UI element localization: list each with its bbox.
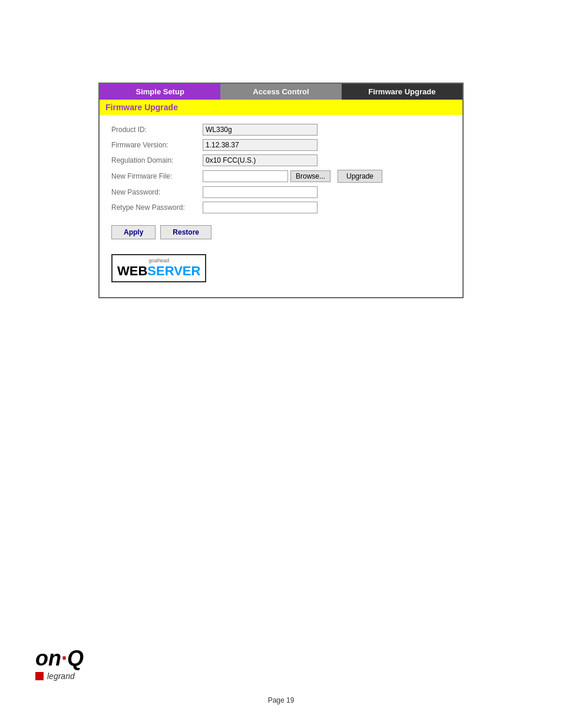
onq-brand: on·Q xyxy=(35,648,84,669)
file-input-group: Browse... Upgrade xyxy=(203,170,382,183)
retype-password-label: Retype New Password: xyxy=(111,203,203,212)
apply-button[interactable]: Apply xyxy=(111,225,156,239)
product-id-row: Product ID: xyxy=(111,124,451,136)
legrand-square-icon xyxy=(35,672,44,680)
webserver-logo: goahead WEBSERVER xyxy=(111,254,206,282)
web-text: WEB xyxy=(117,263,147,278)
product-id-label: Product ID: xyxy=(111,126,203,134)
legrand-text: legrand xyxy=(47,671,75,681)
content-area: Product ID: Firmware Version: Regulation… xyxy=(100,115,462,297)
product-id-input xyxy=(203,124,318,136)
new-password-row: New Password: xyxy=(111,186,451,198)
regulation-domain-row: Regulation Domain: xyxy=(111,154,451,166)
regulation-domain-input xyxy=(203,154,318,166)
new-firmware-file-label: New Firmware File: xyxy=(111,172,203,180)
tab-firmware-upgrade[interactable]: Firmware Upgrade xyxy=(342,84,462,100)
goahead-text: goahead xyxy=(117,258,200,263)
retype-password-input[interactable] xyxy=(203,202,318,213)
firmware-version-label: Firmware Version: xyxy=(111,141,203,149)
firmware-version-row: Firmware Version: xyxy=(111,139,451,151)
new-password-input[interactable] xyxy=(203,186,318,198)
browse-button[interactable]: Browse... xyxy=(290,170,330,182)
new-firmware-file-row: New Firmware File: Browse... Upgrade xyxy=(111,170,451,183)
tab-simple-setup[interactable]: Simple Setup xyxy=(100,84,220,100)
tab-access-control[interactable]: Access Control xyxy=(220,84,341,100)
new-password-label: New Password: xyxy=(111,188,203,196)
page-number: Page 19 xyxy=(268,696,295,704)
server-text: SERVER xyxy=(147,263,200,278)
router-panel: Simple Setup Access Control Firmware Upg… xyxy=(98,83,464,298)
bottom-buttons: Apply Restore xyxy=(111,225,451,239)
regulation-domain-label: Regulation Domain: xyxy=(111,156,203,164)
nav-tabs: Simple Setup Access Control Firmware Upg… xyxy=(100,84,462,100)
bottom-logo: on·Q legrand xyxy=(35,648,84,681)
firmware-version-input xyxy=(203,139,318,151)
legrand-badge: legrand xyxy=(35,671,84,681)
restore-button[interactable]: Restore xyxy=(160,225,211,239)
new-firmware-file-input[interactable] xyxy=(203,170,288,182)
section-header: Firmware Upgrade xyxy=(100,100,462,115)
upgrade-button[interactable]: Upgrade xyxy=(338,170,382,183)
retype-password-row: Retype New Password: xyxy=(111,202,451,213)
